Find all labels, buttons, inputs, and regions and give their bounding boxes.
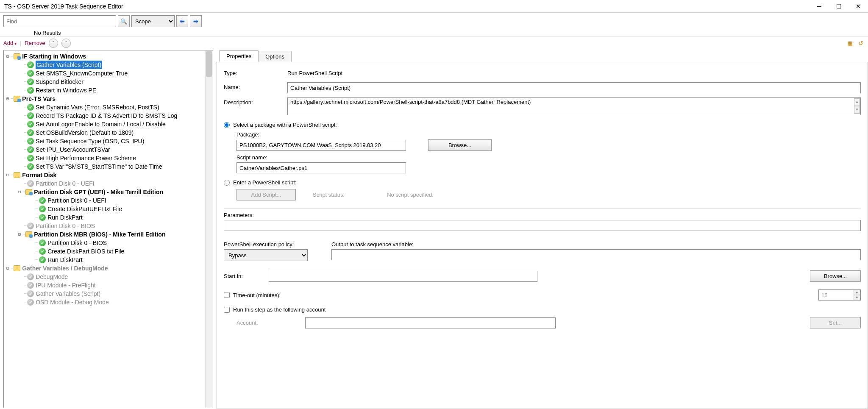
tree-step[interactable]: ····✓Set High Performance Power Scheme: [5, 154, 212, 162]
radio-select-package[interactable]: [224, 122, 230, 128]
tree-step[interactable]: ····✓Set Task Sequence Type (OSD, CS, IP…: [5, 137, 212, 145]
disabled-icon: ✓: [27, 290, 34, 297]
tree-step[interactable]: ····✓Set OSBuildVersion (Default to 1809…: [5, 128, 212, 137]
tree-group[interactable]: ⊟···Partition Disk GPT (UEFI) - Mike Ter…: [5, 188, 212, 196]
scope-select[interactable]: Scope: [131, 15, 175, 27]
tree-step[interactable]: ····✓Run DiskPart: [5, 256, 212, 264]
tree-step[interactable]: ····✓Create DiskPartUEFI txt File: [5, 205, 212, 213]
tool-icon-1[interactable]: ▦: [846, 39, 854, 47]
maximize-button[interactable]: ☐: [829, 0, 849, 13]
success-icon: ✓: [27, 121, 34, 128]
textarea-spinner[interactable]: ▲▼: [854, 98, 860, 114]
execution-policy-select[interactable]: Bypass: [224, 249, 308, 261]
tree-step[interactable]: ····✓DebugMode: [5, 273, 212, 281]
tree-step[interactable]: ····✓Restart in Windows PE: [5, 86, 212, 95]
tree-step[interactable]: ····✓Gather Variables (Script): [5, 289, 212, 298]
no-results-label: No Results: [34, 30, 61, 36]
nav-forward-button[interactable]: ➡: [190, 15, 202, 27]
name-input[interactable]: [287, 82, 861, 93]
startin-label: Start in:: [224, 273, 264, 279]
tree-step[interactable]: ····✓Set AutoLogonEnable to Domain / Loc…: [5, 120, 212, 128]
add-button[interactable]: Add: [3, 40, 17, 46]
tree-step[interactable]: ····✓Partition Disk 0 - UEFI: [5, 196, 212, 205]
arrow-left-icon: ⬅: [180, 18, 185, 25]
task-sequence-tree[interactable]: ⊟···IF Starting in Windows ····✓Gather V…: [4, 50, 213, 308]
scrollbar-thumb[interactable]: [206, 51, 212, 77]
description-input[interactable]: [287, 97, 861, 115]
radio-enter-script[interactable]: [224, 180, 230, 186]
tree-step[interactable]: ····✓Set Dynamic Vars (Error, SMSReboot,…: [5, 103, 212, 111]
close-button[interactable]: ✕: [849, 0, 868, 13]
move-down-button[interactable]: ˅: [61, 39, 71, 48]
success-icon: ✓: [27, 61, 34, 68]
expander-icon[interactable]: ⊟: [17, 188, 22, 196]
tree-group[interactable]: ⊟···Gather Variables / DebugMode: [5, 264, 212, 273]
tree-step[interactable]: ····✓Set-IPU_UserAccountTSVar: [5, 145, 212, 154]
browse-package-button[interactable]: Browse...: [428, 139, 492, 151]
expander-icon[interactable]: ⊟: [5, 264, 11, 273]
disabled-icon: ✓: [27, 282, 34, 289]
tab-properties[interactable]: Properties: [219, 50, 259, 62]
tab-options[interactable]: Options: [258, 51, 292, 62]
tree-step[interactable]: ····✓Record TS Package ID & TS Advert ID…: [5, 111, 212, 120]
expander-icon[interactable]: ⊟: [5, 171, 11, 179]
tree-step[interactable]: ····✓Gather Variables (Script): [5, 61, 212, 69]
parameters-label: Parameters:: [224, 212, 861, 218]
expander-icon[interactable]: ⊟: [5, 95, 11, 103]
output-variable-label: Output to task sequence variable:: [331, 241, 861, 248]
chevron-down-icon[interactable]: ▼: [854, 106, 860, 114]
expander-icon[interactable]: ⊟: [17, 230, 22, 239]
script-name-input[interactable]: [236, 162, 406, 173]
runas-checkbox[interactable]: [224, 307, 230, 313]
tree-pane: ⊟···IF Starting in Windows ····✓Gather V…: [3, 50, 213, 408]
chevron-up-icon[interactable]: ▲: [854, 98, 860, 106]
browse-startin-button[interactable]: Browse...: [810, 270, 861, 282]
tree-step[interactable]: ····✓IPU Module - PreFlight: [5, 281, 212, 289]
success-icon: ✓: [27, 138, 34, 145]
tree-group[interactable]: ⊟···IF Starting in Windows: [5, 52, 212, 61]
success-icon: ✓: [39, 248, 46, 255]
tree-step[interactable]: ····✓Set SMSTS_KnownComputer True: [5, 69, 212, 78]
search-input[interactable]: [3, 15, 116, 27]
tree-group[interactable]: ⊟···Partition Disk MBR (BIOS) - Mike Ter…: [5, 230, 212, 239]
folder-icon: [14, 265, 20, 271]
tree-step[interactable]: ····✓Suspend Bitlocker: [5, 78, 212, 86]
tree-step[interactable]: ····✓OSD Module - Debug Mode: [5, 298, 212, 306]
parameters-input[interactable]: [224, 220, 861, 231]
minimize-button[interactable]: ─: [810, 0, 829, 13]
tool-icon-2[interactable]: ↺: [857, 39, 865, 47]
chevron-up-icon: ˄: [52, 40, 55, 46]
success-icon: ✓: [27, 129, 34, 136]
tab-strip: Properties Options: [217, 49, 868, 62]
nav-back-button[interactable]: ⬅: [176, 15, 188, 27]
tree-group[interactable]: ⊟···Pre-TS Vars: [5, 95, 212, 103]
tree-group[interactable]: ⊟···Format Disk: [5, 171, 212, 179]
output-variable-input[interactable]: [331, 249, 861, 260]
success-icon: ✓: [39, 214, 46, 221]
tree-step[interactable]: ····✓Partition Disk 0 - UEFI: [5, 179, 212, 188]
folder-icon: [14, 172, 20, 178]
set-account-button: Set...: [810, 317, 861, 328]
tree-scrollbar[interactable]: [205, 50, 213, 408]
startin-input[interactable]: [269, 271, 537, 282]
search-button[interactable]: 🔍: [118, 15, 130, 27]
disabled-icon: ✓: [27, 180, 34, 187]
success-icon: ✓: [39, 197, 46, 204]
properties-pane: Properties Options Type: Run PowerShell …: [213, 49, 868, 409]
timeout-checkbox[interactable]: [224, 292, 230, 298]
tree-step[interactable]: ····✓Create DiskPart BIOS txt File: [5, 247, 212, 256]
tree-step[interactable]: ····✓Partition Disk 0 - BIOS: [5, 222, 212, 230]
tree-step[interactable]: ····✓Partition Disk 0 - BIOS: [5, 239, 212, 247]
arrow-right-icon: ➡: [193, 18, 198, 25]
remove-button[interactable]: Remove: [25, 40, 45, 46]
chevron-down-icon: ˅: [65, 40, 67, 46]
expander-icon[interactable]: ⊟: [5, 52, 11, 61]
disabled-icon: ✓: [27, 273, 34, 280]
timeout-spinner: ▲▼: [854, 290, 860, 300]
tree-step[interactable]: ····✓Run DiskPart: [5, 213, 212, 222]
success-icon: ✓: [27, 78, 34, 85]
radio-select-package-label: Select a package with a PowerShell scrip…: [233, 122, 337, 128]
description-label: Description:: [224, 97, 287, 106]
move-up-button[interactable]: ˄: [49, 39, 58, 48]
tree-step[interactable]: ····✓Set TS Var "SMSTS_StartTSTime" to D…: [5, 162, 212, 171]
